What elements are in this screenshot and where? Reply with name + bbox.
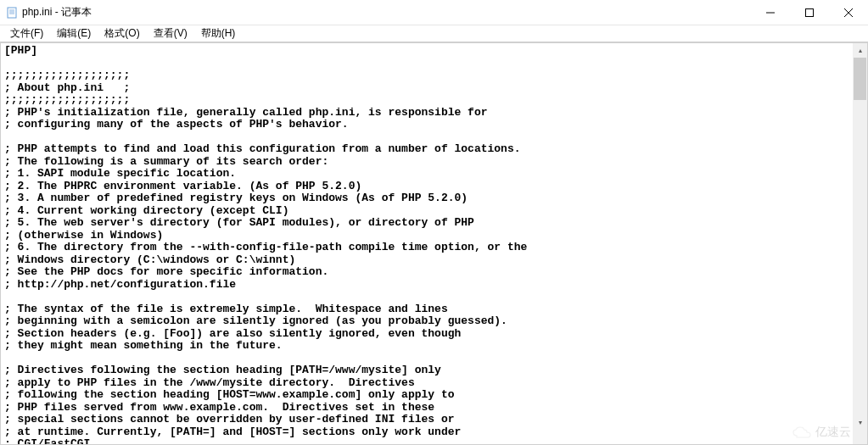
minimize-button[interactable] xyxy=(751,0,790,25)
menu-help[interactable]: 帮助(H) xyxy=(194,25,243,42)
scroll-track[interactable] xyxy=(853,58,867,415)
scrollbar-corner xyxy=(853,430,867,444)
maximize-button[interactable] xyxy=(790,0,829,25)
window-controls xyxy=(751,0,868,25)
svg-rect-5 xyxy=(806,8,814,16)
scroll-up-arrow-icon[interactable]: ▴ xyxy=(853,43,867,58)
scroll-thumb[interactable] xyxy=(854,58,866,100)
titlebar: php.ini - 记事本 xyxy=(0,0,868,25)
editor-content: [PHP] ;;;;;;;;;;;;;;;;;;; ; About php.in… xyxy=(4,45,849,444)
menu-edit[interactable]: 编辑(E) xyxy=(50,25,98,42)
notepad-icon xyxy=(5,6,19,19)
scroll-down-arrow-icon[interactable]: ▾ xyxy=(853,415,867,430)
menu-file[interactable]: 文件(F) xyxy=(3,25,50,42)
svg-rect-0 xyxy=(8,8,16,18)
menu-format[interactable]: 格式(O) xyxy=(98,25,146,42)
window-title: php.ini - 记事本 xyxy=(22,5,751,19)
editor-container: [PHP] ;;;;;;;;;;;;;;;;;;; ; About php.in… xyxy=(0,42,868,445)
menu-view[interactable]: 查看(V) xyxy=(147,25,194,42)
text-editor[interactable]: [PHP] ;;;;;;;;;;;;;;;;;;; ; About php.in… xyxy=(1,43,853,444)
vertical-scrollbar[interactable]: ▴ ▾ xyxy=(853,43,867,430)
close-button[interactable] xyxy=(829,0,868,25)
menubar: 文件(F) 编辑(E) 格式(O) 查看(V) 帮助(H) xyxy=(0,25,868,42)
